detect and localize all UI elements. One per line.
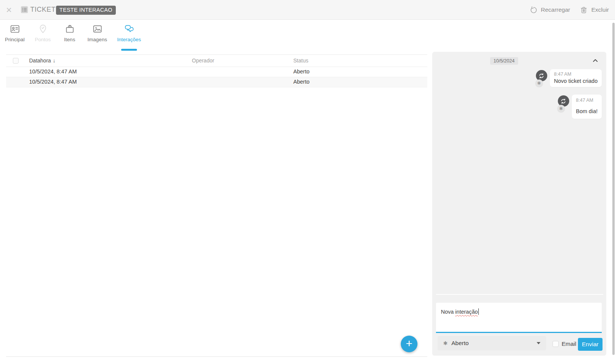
close-icon[interactable]: × <box>6 5 12 15</box>
status-dropdown[interactable]: ✱ Aberto <box>438 336 546 350</box>
cell-status: Aberto <box>293 68 310 75</box>
new-interaction-input[interactable]: Novainteração <box>436 303 602 333</box>
reload-icon <box>529 6 537 14</box>
tab-label: Itens <box>64 37 75 42</box>
tabbar: Principal Pontos Itens <box>0 20 615 51</box>
email-label: Email <box>562 341 576 347</box>
column-header-status[interactable]: Status <box>293 58 308 64</box>
tab-itens[interactable]: Itens <box>54 24 86 50</box>
cell-datahora: 10/5/2024, 8:47 AM <box>29 79 77 85</box>
asterisk-icon: ✱ <box>535 79 543 87</box>
text-cursor <box>478 308 479 315</box>
chevron-up-icon[interactable] <box>592 57 599 64</box>
input-text-misspelled: interação <box>455 309 478 315</box>
select-all-checkbox[interactable] <box>13 58 19 64</box>
send-button[interactable]: Enviar <box>578 338 603 351</box>
tab-label: Interações <box>117 37 141 42</box>
tab-label: Principal <box>5 37 25 42</box>
tab-imagens[interactable]: Imagens <box>81 24 113 50</box>
delete-button[interactable]: Excluir <box>580 6 609 14</box>
image-icon <box>92 24 103 34</box>
ticket-list-icon <box>21 6 28 13</box>
date-chip: 10/5/2024 <box>490 57 518 65</box>
table-row[interactable]: 10/5/2024, 8:47 AM Aberto <box>6 77 427 87</box>
chat-message: ✱ 8:47 AM Bom dia! <box>557 95 602 119</box>
message-time: 8:47 AM <box>554 72 598 77</box>
chat-bubbles-icon <box>124 24 134 34</box>
cell-status: Aberto <box>293 79 310 85</box>
tab-label: Imagens <box>87 37 107 42</box>
column-label: Datahora <box>29 58 51 64</box>
avatar: ✱ <box>535 69 547 88</box>
reload-label: Recarregar <box>541 6 570 13</box>
column-header-datahora[interactable]: Datahora↓ <box>29 58 56 64</box>
message-time: 8:47 AM <box>576 98 598 103</box>
input-text: Nova <box>441 309 454 315</box>
message-text: Bom dia! <box>576 108 598 114</box>
caret-down-icon <box>537 342 540 344</box>
avatar: ✱ <box>557 95 569 114</box>
asterisk-icon: ✱ <box>557 105 565 113</box>
column-header-operador[interactable]: Operador <box>192 58 214 64</box>
plus-icon: + <box>401 336 417 351</box>
active-tab-indicator <box>121 49 137 51</box>
interactions-table: Datahora↓ Operador Status 10/5/2024, 8:4… <box>6 54 427 357</box>
cell-datahora: 10/5/2024, 8:47 AM <box>29 68 77 75</box>
titlebar-actions: Recarregar Excluir <box>529 0 609 20</box>
location-pin-icon <box>38 24 48 34</box>
tickets-window: × TICKETS TESTE INTERACAO Recarregar Exc… <box>0 0 615 364</box>
table-row[interactable]: 10/5/2024, 8:47 AM Aberto <box>6 67 427 77</box>
table-header: Datahora↓ Operador Status <box>6 55 427 67</box>
checkbox <box>553 341 559 347</box>
scrollbar[interactable] <box>612 23 615 355</box>
composer-divider <box>436 294 603 295</box>
reload-button[interactable]: Recarregar <box>529 6 570 14</box>
record-name-badge: TESTE INTERACAO <box>56 6 116 15</box>
add-interaction-button[interactable]: + <box>401 336 417 352</box>
tab-principal[interactable]: Principal <box>0 24 31 50</box>
trash-icon <box>580 6 588 14</box>
email-checkbox[interactable]: Email <box>553 341 576 347</box>
chat-message: ✱ 8:47 AM Novo ticket criado <box>535 69 602 88</box>
message-bubble: 8:47 AM Novo ticket criado <box>550 69 602 87</box>
titlebar: × TICKETS TESTE INTERACAO Recarregar Exc… <box>0 0 615 20</box>
delete-label: Excluir <box>591 6 609 13</box>
message-text: Novo ticket criado <box>554 78 598 84</box>
id-card-icon <box>10 24 20 34</box>
chat-panel: 10/5/2024 ✱ 8:47 AM Novo ticket criado <box>432 52 606 356</box>
sort-desc-icon: ↓ <box>53 58 56 64</box>
box-icon <box>65 24 75 34</box>
status-dropdown-value: Aberto <box>452 340 469 347</box>
message-bubble: 8:47 AM Bom dia! <box>572 95 602 119</box>
asterisk-icon: ✱ <box>443 340 448 346</box>
tab-interacoes[interactable]: Interações <box>113 24 145 50</box>
tab-label: Pontos <box>35 37 51 42</box>
